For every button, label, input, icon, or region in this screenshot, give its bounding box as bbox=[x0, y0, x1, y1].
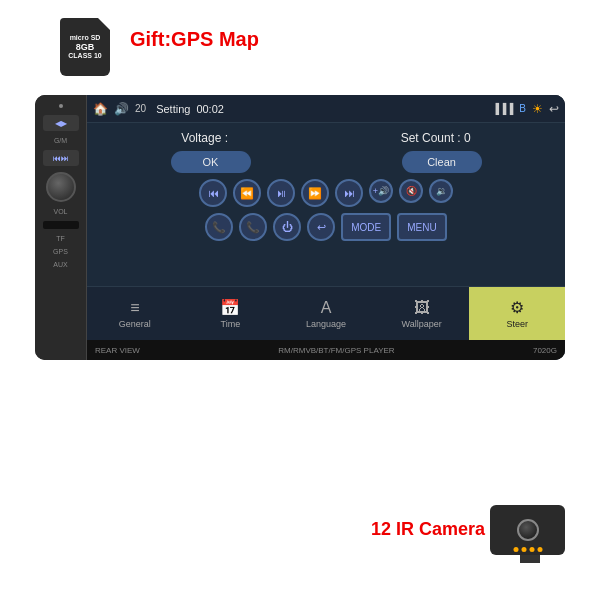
rear-camera bbox=[490, 505, 570, 570]
media-controls-row: ⏮ ⏪ ⏯ ⏩ ⏭ +🔊 🔇 🔉 bbox=[95, 179, 557, 207]
sd-class-label: CLASS 10 bbox=[68, 52, 101, 60]
gps-label: GPS bbox=[53, 248, 68, 255]
setting-label: Setting bbox=[156, 103, 190, 115]
nav-steer[interactable]: ⚙ Steer bbox=[469, 287, 565, 340]
lp-btn-2[interactable]: ⏮⏭ bbox=[43, 150, 79, 166]
home-icon[interactable]: 🏠 bbox=[93, 102, 108, 116]
sd-brand-label: micro SD bbox=[70, 34, 101, 42]
lp-label-1: G/M bbox=[54, 137, 67, 144]
nav-time[interactable]: 📅 Time bbox=[183, 287, 279, 340]
sd-card: micro SD 8GB CLASS 10 bbox=[60, 18, 115, 83]
time-icon: 📅 bbox=[220, 298, 240, 317]
aux-label: AUX bbox=[53, 261, 67, 268]
mode-button[interactable]: MODE bbox=[341, 213, 391, 241]
power-btn[interactable]: ⏻ bbox=[273, 213, 301, 241]
nav-language[interactable]: A Language bbox=[278, 287, 374, 340]
bluetooth-icon: B bbox=[519, 103, 526, 114]
general-label: General bbox=[119, 319, 151, 329]
camera-body bbox=[490, 505, 565, 555]
clean-button[interactable]: Clean bbox=[402, 151, 482, 173]
ok-button[interactable]: OK bbox=[171, 151, 251, 173]
led-2 bbox=[521, 547, 526, 552]
set-count-label: Set Count : 0 bbox=[401, 131, 471, 145]
play-pause-btn[interactable]: ⏯ bbox=[267, 179, 295, 207]
voltage-row: Voltage : Set Count : 0 bbox=[95, 131, 557, 145]
rear-view-label: REAR VIEW bbox=[95, 346, 140, 355]
led-4 bbox=[537, 547, 542, 552]
time-display: 00:02 bbox=[196, 103, 224, 115]
voltage-label: Voltage : bbox=[181, 131, 228, 145]
left-panel: ◀▶ G/M ⏮⏭ VOL TF GPS AUX bbox=[35, 95, 87, 360]
wallpaper-label: Wallpaper bbox=[401, 319, 441, 329]
action-row: OK Clean bbox=[95, 151, 557, 173]
language-label: Language bbox=[306, 319, 346, 329]
main-unit: ◀▶ G/M ⏮⏭ VOL TF GPS AUX 🏠 🔊 20 Setting … bbox=[35, 95, 565, 360]
top-bar: 🏠 🔊 20 Setting 00:02 ▐▐▐ B ☀ ↩ bbox=[87, 95, 565, 123]
return-btn[interactable]: ↩ bbox=[307, 213, 335, 241]
back-icon[interactable]: ↩ bbox=[549, 102, 559, 116]
gift-gps-label: Gift:GPS Map bbox=[130, 28, 259, 51]
led-3 bbox=[529, 547, 534, 552]
wallpaper-icon: 🖼 bbox=[414, 299, 430, 317]
brightness-icon[interactable]: ☀ bbox=[532, 102, 543, 116]
volume-icon: 🔊 bbox=[114, 102, 129, 116]
next-track-btn[interactable]: ⏭ bbox=[335, 179, 363, 207]
vol-label: VOL bbox=[53, 208, 67, 215]
time-label: Time bbox=[221, 319, 241, 329]
prev-track-btn[interactable]: ⏮ bbox=[199, 179, 227, 207]
nav-general[interactable]: ≡ General bbox=[87, 287, 183, 340]
nav-wallpaper[interactable]: 🖼 Wallpaper bbox=[374, 287, 470, 340]
phone-controls-row: 📞 📞 ⏻ ↩ MODE MENU bbox=[95, 213, 557, 241]
vol-down-btn[interactable]: 🔉 bbox=[429, 179, 453, 203]
mute-btn[interactable]: 🔇 bbox=[399, 179, 423, 203]
volume-level: 20 bbox=[135, 103, 146, 114]
menu-button[interactable]: MENU bbox=[397, 213, 446, 241]
call-btn[interactable]: 📞 bbox=[205, 213, 233, 241]
steer-label: Steer bbox=[506, 319, 528, 329]
bottom-nav: ≡ General 📅 Time A Language 🖼 Wallpaper … bbox=[87, 286, 565, 340]
led-1 bbox=[513, 547, 518, 552]
camera-lens bbox=[517, 519, 539, 541]
language-icon: A bbox=[321, 299, 332, 317]
signal-icon: ▐▐▐ bbox=[492, 103, 513, 114]
forward-btn[interactable]: ⏩ bbox=[301, 179, 329, 207]
model-num-label: 7020G bbox=[533, 346, 557, 355]
setting-screen: Voltage : Set Count : 0 OK Clean ⏮ ⏪ ⏯ ⏩… bbox=[87, 123, 565, 286]
tf-label: TF bbox=[56, 235, 65, 242]
vol-up-btn[interactable]: +🔊 bbox=[369, 179, 393, 203]
ir-camera-label: 12 IR Camera bbox=[371, 519, 485, 540]
lp-btn-1[interactable]: ◀▶ bbox=[43, 115, 79, 131]
sd-card-notch bbox=[98, 18, 110, 30]
bottom-bar: REAR VIEW RM/RMVB/BT/FM/GPS PLAYER 7020G bbox=[87, 340, 565, 360]
rewind-btn[interactable]: ⏪ bbox=[233, 179, 261, 207]
sd-size-label: 8GB bbox=[76, 42, 95, 52]
tf-slot bbox=[43, 221, 79, 229]
camera-leds bbox=[513, 547, 542, 552]
steer-icon: ⚙ bbox=[510, 298, 524, 317]
screen-area: 🏠 🔊 20 Setting 00:02 ▐▐▐ B ☀ ↩ Voltage :… bbox=[87, 95, 565, 360]
led-dot bbox=[59, 104, 63, 108]
model-label: RM/RMVB/BT/FM/GPS PLAYER bbox=[278, 346, 394, 355]
camera-mount bbox=[520, 555, 540, 563]
volume-knob[interactable] bbox=[46, 172, 76, 202]
hangup-btn[interactable]: 📞 bbox=[239, 213, 267, 241]
general-icon: ≡ bbox=[130, 299, 139, 317]
